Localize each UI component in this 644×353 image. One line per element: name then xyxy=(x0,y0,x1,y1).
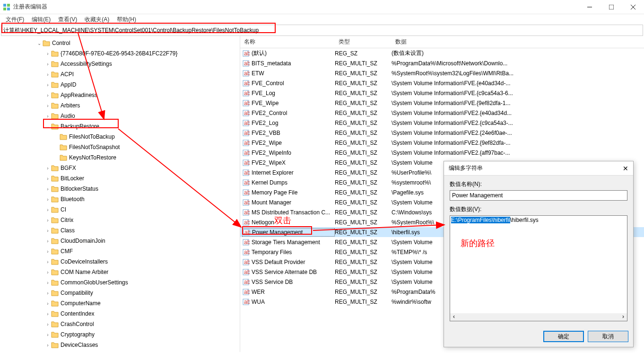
menu-file[interactable]: 文件(F) xyxy=(2,15,28,25)
tree-node-label[interactable]: ComputerName xyxy=(61,300,101,307)
tree-node-label[interactable]: CoDeviceInstallers xyxy=(61,258,108,265)
string-value-icon: ab xyxy=(242,278,250,286)
tree-node-label[interactable]: Bluetooth xyxy=(61,196,85,203)
column-name[interactable]: 名称 xyxy=(240,36,335,48)
folder-icon xyxy=(51,310,59,317)
expander-icon[interactable]: › xyxy=(44,114,51,119)
expander-icon[interactable]: › xyxy=(44,291,51,296)
menu-favorites[interactable]: 收藏夹(A) xyxy=(81,15,113,25)
list-row[interactable]: abFVE2_ControlREG_MULTI_SZ\System Volume… xyxy=(240,108,644,118)
tree-node-label[interactable]: Audio xyxy=(61,113,75,119)
tree-node-label[interactable]: Citrix xyxy=(61,217,73,223)
tree-pane[interactable]: ⌄ Control ›{7746D80F-97E0-4E26-9543-26B4… xyxy=(0,36,240,352)
expander-icon[interactable]: › xyxy=(44,166,51,171)
tree-node-label[interactable]: BitLocker xyxy=(61,175,84,182)
folder-icon xyxy=(51,165,59,171)
address-bar[interactable]: 计算机\HKEY_LOCAL_MACHINE\SYSTEM\ControlSet… xyxy=(1,25,643,36)
svg-text:ab: ab xyxy=(244,100,250,106)
tree-node-label[interactable]: AppReadiness xyxy=(61,92,97,98)
expander-icon[interactable]: › xyxy=(44,301,51,306)
tree-node-label[interactable]: FilesNotToSnapshot xyxy=(69,144,120,150)
expander-icon[interactable]: ⌄ xyxy=(44,124,51,129)
tree-node-label[interactable]: ACPI xyxy=(61,71,74,78)
tree-node-label[interactable]: CloudDomainJoin xyxy=(61,238,105,244)
dialog-titlebar[interactable]: 编辑多字符串 ✕ xyxy=(444,161,633,176)
close-button[interactable] xyxy=(622,0,644,14)
tree-node-label[interactable]: KeysNotToRestore xyxy=(69,154,116,161)
tree-node-label[interactable]: BitlockerStatus xyxy=(61,185,98,192)
expander-icon[interactable]: › xyxy=(44,228,51,233)
expander-icon[interactable]: ⌄ xyxy=(36,41,43,46)
tree-node-label[interactable]: CommonGlobUserSettings xyxy=(61,279,128,286)
value-type: REG_MULTI_SZ xyxy=(335,219,392,226)
tree-node-label[interactable]: Cryptography xyxy=(61,331,95,338)
expander-icon[interactable]: › xyxy=(44,280,51,285)
scroll-left-icon[interactable]: ‹ xyxy=(450,313,458,321)
list-row[interactable]: abFVE_WipeREG_MULTI_SZ\System Volume Inf… xyxy=(240,98,644,108)
menu-help[interactable]: 帮助(H) xyxy=(113,15,140,25)
value-name-field[interactable] xyxy=(450,190,627,201)
list-row[interactable]: abETWREG_MULTI_SZ%SystemRoot%\system32\L… xyxy=(240,68,644,78)
expander-icon[interactable]: › xyxy=(44,249,51,254)
menu-edit[interactable]: 编辑(E) xyxy=(28,15,54,25)
list-row[interactable]: abFVE2_WipeInfoREG_MULTI_SZ\System Volum… xyxy=(240,148,644,158)
expander-icon[interactable]: › xyxy=(44,93,51,98)
tree-node-label[interactable]: DeviceClasses xyxy=(61,342,98,348)
expander-icon[interactable]: › xyxy=(44,82,51,88)
scroll-right-icon[interactable]: › xyxy=(619,313,627,321)
list-row[interactable]: abFVE_ControlREG_MULTI_SZ\System Volume … xyxy=(240,78,644,88)
close-icon[interactable]: ✕ xyxy=(623,165,628,172)
value-data-field[interactable]: E:\ProgramFiles\hiberfil\hiberfil.sys ‹ … xyxy=(450,215,627,321)
expander-icon[interactable]: › xyxy=(44,238,51,244)
tree-node-label[interactable]: COM Name Arbiter xyxy=(61,269,108,275)
list-row[interactable]: abBITS_metadataREG_MULTI_SZ%ProgramData%… xyxy=(240,58,644,68)
expander-icon[interactable]: › xyxy=(44,176,51,181)
tree-node-label[interactable]: Control xyxy=(52,40,70,46)
tree-node-label[interactable]: CrashControl xyxy=(61,321,94,327)
tree-node-label[interactable]: Class xyxy=(61,227,75,234)
tree-node-label[interactable]: ContentIndex xyxy=(61,310,94,317)
expander-icon[interactable]: › xyxy=(44,207,51,212)
expander-icon[interactable]: › xyxy=(44,259,51,265)
expander-icon[interactable]: › xyxy=(44,332,51,337)
expander-icon[interactable]: › xyxy=(44,103,51,108)
tree-node-label[interactable]: AppID xyxy=(61,81,76,88)
expander-icon[interactable]: › xyxy=(44,343,51,348)
tree-node-label[interactable]: CI xyxy=(61,206,66,213)
tree-node-label[interactable]: CMF xyxy=(61,248,73,255)
horizontal-scrollbar[interactable]: ‹ › xyxy=(450,313,627,321)
tree-node-label[interactable]: BGFX xyxy=(61,165,76,171)
expander-icon[interactable]: › xyxy=(44,270,51,275)
list-row[interactable]: ab(默认)REG_SZ(数值未设置) xyxy=(240,48,644,58)
list-row[interactable]: abFVE2_VBBREG_MULTI_SZ\System Volume Inf… xyxy=(240,128,644,138)
tree-node-label[interactable]: AccessibilitySettings xyxy=(61,61,112,67)
folder-icon xyxy=(51,50,59,57)
list-row[interactable]: abFVE2_WipeREG_MULTI_SZ\System Volume In… xyxy=(240,138,644,148)
tree-node-label[interactable]: FilesNotToBackup xyxy=(69,133,115,140)
tree-node-label[interactable]: Compatibility xyxy=(61,290,93,296)
value-type: REG_MULTI_SZ xyxy=(335,239,392,246)
expander-icon[interactable]: › xyxy=(44,218,51,223)
tree-node-label[interactable]: {7746D80F-97E0-4E26-9543-26B41FC22F79} xyxy=(61,50,178,57)
tree-node-label[interactable]: Arbiters xyxy=(61,102,80,109)
tree-node-label[interactable]: BackupRestore xyxy=(61,123,99,130)
maximize-button[interactable] xyxy=(600,0,622,14)
expander-icon[interactable]: › xyxy=(44,62,51,67)
expander-icon[interactable]: › xyxy=(44,197,51,202)
column-type[interactable]: 类型 xyxy=(335,36,392,48)
expander-icon[interactable]: › xyxy=(44,311,51,317)
expander-icon[interactable]: › xyxy=(44,72,51,77)
expander-icon[interactable]: › xyxy=(44,186,51,192)
string-value-icon: ab xyxy=(242,89,250,97)
value-name: FVE2_Control xyxy=(252,110,287,116)
minimize-button[interactable] xyxy=(579,0,600,14)
list-row[interactable]: abFVE2_LogREG_MULTI_SZ\System Volume Inf… xyxy=(240,118,644,128)
list-row[interactable]: abFVE_LogREG_MULTI_SZ\System Volume Info… xyxy=(240,88,644,98)
value-type: REG_MULTI_SZ xyxy=(335,289,392,295)
menu-view[interactable]: 查看(V) xyxy=(54,15,81,25)
cancel-button[interactable]: 取消 xyxy=(588,331,628,342)
expander-icon[interactable]: › xyxy=(44,322,51,327)
column-data[interactable]: 数据 xyxy=(392,36,644,48)
expander-icon[interactable]: › xyxy=(44,51,51,56)
ok-button[interactable]: 确定 xyxy=(543,331,584,342)
